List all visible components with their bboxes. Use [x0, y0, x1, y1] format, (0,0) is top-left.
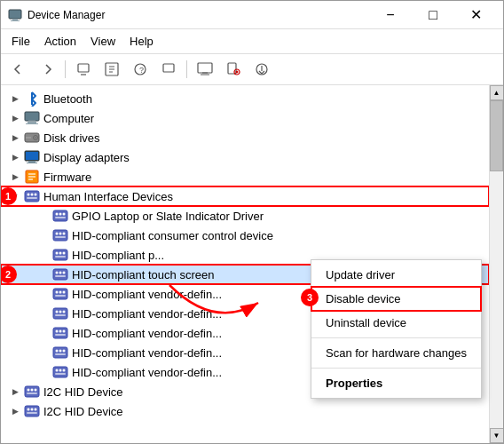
svg-rect-2 — [11, 20, 20, 21]
context-scan[interactable]: Scan for hardware changes — [311, 341, 481, 365]
menu-action[interactable]: Action — [37, 31, 83, 52]
hid-v4-label: HID-compliant vendor-defin... — [72, 346, 222, 360]
expand-hid[interactable]: ▼ — [8, 189, 22, 203]
scrollbar[interactable]: ▲ ▼ — [489, 85, 503, 443]
expand-bluetooth[interactable]: ▶ — [8, 91, 22, 106]
svg-rect-0 — [9, 10, 21, 19]
tree-item-firmware[interactable]: ▶ Firmware — [1, 167, 489, 186]
expand-firmware[interactable]: ▶ — [8, 170, 22, 184]
expand-display[interactable]: ▶ — [8, 150, 22, 164]
toolbar-btn-6[interactable] — [156, 58, 181, 81]
svg-rect-81 — [53, 367, 67, 377]
svg-point-42 — [56, 213, 59, 216]
menu-file[interactable]: File — [4, 31, 37, 52]
hid-v3-label: HID-compliant vendor-defin... — [72, 327, 222, 340]
expand-hid-p — [36, 248, 51, 262]
scrollbar-track[interactable] — [490, 100, 503, 428]
menu-help[interactable]: Help — [122, 31, 161, 52]
svg-rect-85 — [55, 373, 66, 375]
computer-label: Computer — [43, 112, 94, 125]
context-properties[interactable]: Properties — [311, 371, 481, 395]
gpio-icon — [52, 208, 68, 224]
svg-point-78 — [59, 350, 62, 353]
svg-point-82 — [56, 369, 59, 372]
svg-rect-40 — [27, 197, 37, 199]
svg-point-48 — [59, 233, 62, 235]
window-icon — [8, 8, 22, 22]
tree-item-i2c2[interactable]: ▶ I2C HID Device — [1, 401, 489, 421]
toolbar-btn-8[interactable] — [221, 58, 246, 81]
i2c2-icon — [24, 403, 40, 419]
back-button[interactable] — [6, 58, 31, 81]
svg-point-74 — [63, 330, 66, 333]
toolbar-btn-5[interactable]: ? — [128, 58, 153, 81]
svg-point-69 — [63, 311, 66, 313]
window-controls: − □ ✕ — [370, 1, 496, 29]
hid-p-label: HID-compliant p... — [72, 249, 164, 262]
svg-point-72 — [56, 330, 59, 333]
context-menu: Update driver Disable device 3 Uninstall… — [311, 259, 482, 399]
hid-touch-label: HID-compliant touch screen — [72, 268, 214, 281]
svg-rect-45 — [55, 217, 66, 218]
toolbar-btn-9[interactable] — [249, 58, 274, 81]
toolbar-sep2 — [186, 60, 187, 78]
tree-item-disk[interactable]: ▶ Disk drives — [1, 128, 489, 147]
toolbar-btn-3[interactable] — [71, 58, 96, 81]
bluetooth-icon — [24, 91, 40, 107]
forward-button[interactable] — [35, 58, 59, 81]
tree-item-hid-consumer[interactable]: HID-compliant consumer control device — [1, 226, 489, 245]
hid-touch-icon — [52, 266, 68, 282]
svg-point-38 — [31, 194, 34, 196]
scroll-up-button[interactable]: ▲ — [490, 85, 504, 100]
context-update-driver[interactable]: Update driver — [311, 263, 481, 287]
disk-icon — [24, 130, 40, 146]
tree-item-gpio[interactable]: GPIO Laptop or Slate Indicator Driver — [1, 206, 489, 226]
svg-point-39 — [35, 194, 37, 196]
maximize-button[interactable]: □ — [413, 1, 453, 29]
tree-item-hid[interactable]: ▼ Human Interface Devices — [1, 186, 489, 206]
svg-rect-70 — [55, 314, 66, 316]
svg-point-58 — [59, 272, 62, 274]
svg-rect-23 — [26, 123, 38, 124]
minimize-button[interactable]: − — [370, 1, 411, 29]
bluetooth-label: Bluetooth — [43, 92, 92, 106]
scroll-down-button[interactable]: ▼ — [490, 428, 504, 443]
svg-rect-76 — [53, 347, 67, 358]
svg-rect-30 — [28, 161, 35, 163]
close-button[interactable]: ✕ — [455, 1, 496, 29]
svg-rect-86 — [25, 386, 39, 397]
gpio-label: GPIO Laptop or Slate Indicator Driver — [72, 210, 264, 223]
tree-item-bluetooth[interactable]: ▶ Bluetooth — [1, 89, 489, 108]
svg-rect-66 — [53, 308, 67, 319]
svg-point-67 — [56, 311, 59, 313]
scrollbar-thumb[interactable] — [490, 100, 503, 171]
svg-point-54 — [63, 252, 66, 255]
hid-v3-icon — [52, 325, 68, 341]
svg-rect-71 — [53, 328, 67, 338]
content-area: ▶ Bluetooth ▶ — [1, 85, 503, 443]
expand-gpio — [36, 209, 51, 223]
context-uninstall-device[interactable]: Uninstall device — [311, 311, 481, 335]
svg-rect-41 — [53, 210, 67, 221]
svg-point-79 — [63, 350, 66, 353]
toolbar-btn-7[interactable] — [193, 58, 217, 81]
expand-i2c2[interactable]: ▶ — [8, 404, 22, 418]
svg-point-88 — [31, 389, 34, 392]
expand-computer[interactable]: ▶ — [8, 111, 22, 125]
toolbar: ? — [1, 54, 503, 85]
expand-disk[interactable]: ▶ — [8, 131, 22, 145]
toolbar-btn-4[interactable] — [99, 58, 124, 81]
menu-view[interactable]: View — [83, 31, 122, 52]
svg-point-84 — [63, 369, 66, 372]
svg-rect-20 — [25, 112, 39, 121]
i2c1-icon — [24, 384, 40, 400]
disk-label: Disk drives — [43, 131, 100, 145]
i2c1-label: I2C HID Device — [43, 385, 123, 399]
context-disable-device[interactable]: Disable device 3 — [311, 287, 481, 311]
tree-item-display[interactable]: ▶ Display adapters — [1, 147, 489, 167]
svg-point-43 — [59, 213, 62, 216]
expand-i2c1[interactable]: ▶ — [8, 385, 22, 399]
svg-rect-55 — [55, 256, 66, 258]
tree-item-computer[interactable]: ▶ Computer — [1, 108, 489, 128]
svg-point-44 — [63, 213, 66, 216]
